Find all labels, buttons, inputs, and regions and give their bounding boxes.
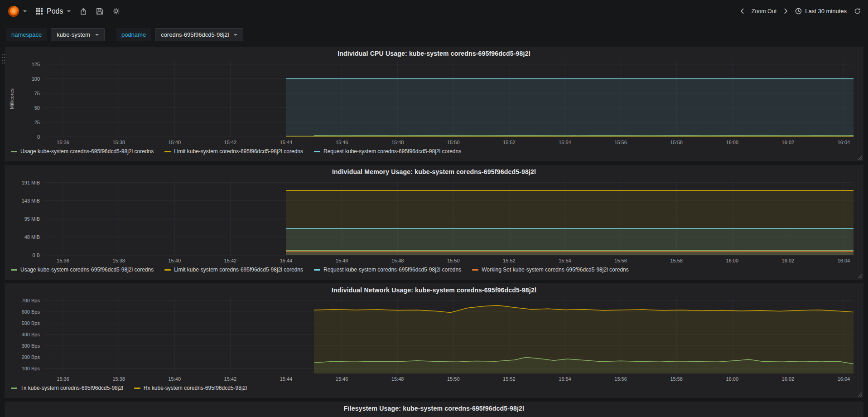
variable-namespace-value: kube-system (57, 31, 90, 38)
svg-text:300 Bps: 300 Bps (22, 343, 40, 349)
svg-text:15:36: 15:36 (57, 258, 69, 263)
panel-title-network[interactable]: Individual Network Usage: kube-system co… (5, 283, 863, 295)
share-button[interactable] (80, 8, 87, 15)
dashboard-picker[interactable]: Pods (36, 7, 71, 15)
variable-namespace: namespace kube-system (6, 28, 105, 41)
variable-namespace-label: namespace (6, 28, 47, 41)
svg-text:600 Bps: 600 Bps (22, 309, 40, 315)
share-icon (80, 8, 87, 15)
svg-text:15:50: 15:50 (447, 258, 460, 263)
svg-text:15:56: 15:56 (614, 376, 627, 382)
save-button[interactable] (96, 8, 103, 15)
template-variables-bar: namespace kube-system podname coredns-69… (0, 22, 868, 47)
panel-resize-handle[interactable] (857, 391, 863, 397)
svg-text:15:44: 15:44 (280, 376, 293, 382)
svg-text:15:40: 15:40 (169, 258, 181, 263)
cpu-usage-chart[interactable]: 025507510012515:3615:3815:4015:4215:4415… (7, 58, 861, 148)
legend-series-swatch (11, 388, 17, 389)
network-usage-chart[interactable]: 100 Bps200 Bps300 Bps400 Bps500 Bps600 B… (7, 295, 861, 384)
legend-item[interactable]: Usage kube-system coredns-695f96dcd5-98j… (11, 267, 154, 273)
variable-podname-dropdown[interactable]: coredns-695f96dcd5-98j2l (155, 28, 243, 41)
grafana-logo-icon (7, 5, 20, 18)
svg-text:400 Bps: 400 Bps (22, 332, 40, 337)
legend-series-name: Usage kube-system coredns-695f96dcd5-98j… (20, 148, 154, 155)
svg-text:15:46: 15:46 (336, 140, 348, 145)
legend-item[interactable]: Request kube-system coredns-695f96dcd5-9… (314, 148, 461, 155)
panel-title-filesystem[interactable]: Filesystem Usage: kube-system coredns-69… (5, 402, 863, 413)
svg-text:15:56: 15:56 (614, 140, 627, 145)
svg-text:15:56: 15:56 (614, 258, 627, 263)
svg-text:15:52: 15:52 (503, 258, 516, 263)
panel-resize-handle[interactable] (857, 155, 863, 160)
svg-text:15:52: 15:52 (503, 140, 516, 145)
svg-text:15:52: 15:52 (503, 376, 516, 382)
svg-text:15:38: 15:38 (112, 376, 125, 382)
svg-text:15:50: 15:50 (447, 376, 460, 382)
svg-text:16:00: 16:00 (726, 258, 738, 263)
legend-series-swatch (164, 269, 171, 271)
time-range-picker[interactable]: Last 30 minutes (795, 8, 847, 15)
time-shift-forward-button[interactable] (784, 8, 788, 14)
svg-text:15:50: 15:50 (447, 140, 460, 145)
svg-text:15:58: 15:58 (670, 376, 683, 382)
gear-icon (112, 7, 120, 15)
panel-resize-handle[interactable] (857, 273, 863, 279)
network-legend: Tx kube-system coredns-695f96dcd5-98j2lR… (5, 384, 863, 395)
svg-text:200 Bps: 200 Bps (22, 354, 40, 360)
svg-text:15:40: 15:40 (169, 140, 181, 145)
variable-namespace-dropdown[interactable]: kube-system (51, 28, 105, 41)
svg-text:50: 50 (34, 105, 40, 111)
legend-series-swatch (134, 388, 140, 389)
svg-text:500 Bps: 500 Bps (22, 320, 40, 326)
svg-text:15:38: 15:38 (112, 258, 125, 263)
svg-text:15:54: 15:54 (559, 258, 571, 263)
settings-button[interactable] (112, 7, 120, 15)
svg-text:125: 125 (32, 62, 40, 67)
panel-memory-usage: Individual Memory Usage: kube-system cor… (5, 165, 863, 280)
panel-title-cpu[interactable]: Individual CPU Usage: kube-system coredn… (5, 47, 863, 58)
legend-series-name: Tx kube-system coredns-695f96dcd5-98j2l (20, 385, 123, 391)
chevron-down-icon (67, 10, 71, 12)
legend-item[interactable]: Tx kube-system coredns-695f96dcd5-98j2l (11, 385, 123, 391)
top-navbar: Pods (0, 0, 868, 22)
legend-item[interactable]: Usage kube-system coredns-695f96dcd5-98j… (11, 148, 154, 155)
svg-text:15:36: 15:36 (57, 140, 69, 145)
dashboard-title: Pods (47, 7, 63, 15)
legend-series-name: Request kube-system coredns-695f96dcd5-9… (323, 148, 461, 155)
grafana-menu-button[interactable] (7, 5, 27, 18)
svg-text:15:48: 15:48 (391, 376, 404, 382)
svg-text:700 Bps: 700 Bps (22, 298, 40, 303)
legend-item[interactable]: Request kube-system coredns-695f96dcd5-9… (314, 267, 461, 273)
svg-text:16:00: 16:00 (726, 376, 738, 382)
legend-series-name: Usage kube-system coredns-695f96dcd5-98j… (20, 267, 154, 273)
legend-item[interactable]: Working Set kube-system coredns-695f96dc… (472, 267, 629, 273)
memory-chart-area: 0 B48 MiB95 MiB143 MiB191 MiB15:3615:381… (5, 176, 863, 266)
svg-text:48 MiB: 48 MiB (24, 234, 40, 240)
memory-usage-chart[interactable]: 0 B48 MiB95 MiB143 MiB191 MiB15:3615:381… (7, 176, 861, 266)
svg-text:15:36: 15:36 (57, 376, 69, 382)
row-drag-handle[interactable] (1, 53, 5, 64)
zoom-out-button[interactable]: Zoom Out (752, 8, 777, 15)
svg-text:15:38: 15:38 (112, 140, 125, 145)
time-range-label: Last 30 minutes (805, 8, 847, 15)
svg-text:0: 0 (37, 134, 40, 140)
variable-podname-label: podname (116, 28, 151, 41)
legend-series-swatch (314, 269, 320, 271)
save-icon (96, 8, 103, 15)
refresh-button[interactable] (854, 8, 861, 15)
legend-series-swatch (11, 151, 17, 152)
svg-text:16:04: 16:04 (838, 140, 850, 145)
chevron-down-icon (234, 34, 237, 36)
legend-series-swatch (164, 151, 171, 152)
time-shift-back-button[interactable] (740, 8, 744, 14)
legend-item[interactable]: Rx kube-system coredns-695f96dcd5-98j2l (134, 385, 247, 391)
panel-title-memory[interactable]: Individual Memory Usage: kube-system cor… (5, 165, 863, 176)
legend-item[interactable]: Limit kube-system coredns-695f96dcd5-98j… (164, 267, 303, 273)
legend-item[interactable]: Limit kube-system coredns-695f96dcd5-98j… (164, 148, 303, 155)
svg-text:75: 75 (34, 91, 40, 96)
chevron-left-icon (740, 8, 744, 14)
svg-text:15:40: 15:40 (169, 376, 181, 382)
navbar-right: Zoom Out Last 30 minutes (740, 8, 861, 15)
svg-text:15:58: 15:58 (670, 258, 683, 263)
legend-series-name: Limit kube-system coredns-695f96dcd5-98j… (174, 148, 303, 155)
